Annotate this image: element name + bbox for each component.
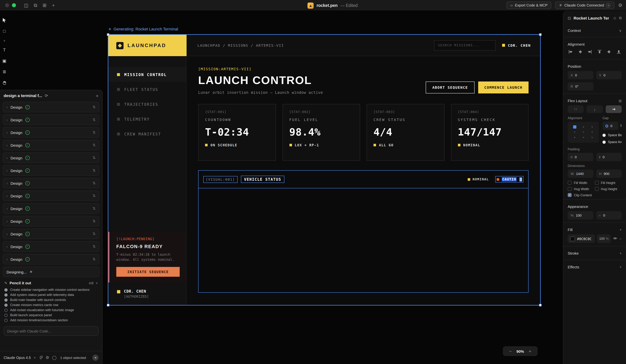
corner-radius-input[interactable]: ⌐ 0 <box>596 211 622 219</box>
export-code-button[interactable]: ‹› Export Code & MCP <box>506 1 551 9</box>
position-y-input[interactable]: Y 0 <box>596 71 622 79</box>
hug-height-checkbox[interactable]: Hug Height <box>595 187 622 191</box>
align-top-icon[interactable] <box>597 50 602 54</box>
sidebar-nav-item[interactable]: CREW MANIFEST <box>108 126 186 141</box>
todo-header[interactable]: ✎ Pencil it out 4/8 ∨ <box>4 281 98 285</box>
sidebar-nav-item[interactable]: TRAJECTORIES <box>108 97 186 111</box>
design-step-row[interactable]: › Design ✓ ⇅ <box>3 228 99 239</box>
align-center-v-icon[interactable] <box>607 50 611 54</box>
fill-width-checkbox[interactable]: Fill Width <box>568 181 595 185</box>
design-step-row[interactable]: › Design ✓ ⇅ <box>3 152 99 163</box>
gap-input[interactable]: 0 <box>602 122 618 130</box>
selection-handle[interactable] <box>107 33 109 36</box>
context-section[interactable]: Context ∨ <box>568 25 622 35</box>
sidebar-toggle-icon[interactable]: ◫ <box>24 2 28 8</box>
expand-stepper-icon[interactable]: ⇅ <box>93 257 96 261</box>
height-input[interactable]: H 900 <box>596 170 622 178</box>
design-step-row[interactable]: › Design ✓ ⇅ <box>3 165 99 176</box>
selection-handle[interactable] <box>539 33 542 36</box>
stat-card[interactable]: [STAT:003] CREW STATUS 4/4 ALL GO <box>367 104 444 161</box>
duplicate-icon[interactable]: ⧉ <box>34 2 37 8</box>
todo-item[interactable]: Build main header with launch controls <box>4 297 98 302</box>
chat-input[interactable] <box>4 326 99 336</box>
position-x-input[interactable]: X 0 <box>568 71 593 79</box>
fill-height-checkbox[interactable]: Fill Height <box>595 181 622 185</box>
abort-sequence-button[interactable]: ABORT SEQUENCE <box>426 81 474 93</box>
todo-item[interactable]: Create sidebar navigation with mission c… <box>4 287 98 292</box>
expand-stepper-icon[interactable]: ⇅ <box>93 130 96 134</box>
expand-stepper-icon[interactable]: ⇅ <box>93 219 96 223</box>
sidebar-nav-item[interactable]: FLEET STATUS <box>108 82 186 97</box>
library-icon[interactable]: ⊞ <box>42 2 46 8</box>
stat-card[interactable]: [STAT:002] FUEL LEVEL 98.4% LOX + RP-1 <box>282 104 360 161</box>
attach-icon[interactable] <box>39 356 43 360</box>
search-input[interactable] <box>438 43 492 47</box>
opacity-input[interactable]: % 100 <box>568 211 593 219</box>
logo-block[interactable]: LAUNCHPAD <box>108 35 187 56</box>
design-step-row[interactable]: › Design ✓ ⇅ <box>3 241 99 252</box>
layout-icon[interactable]: ⊞ <box>619 99 622 103</box>
design-step-row[interactable]: › Design ✓ ⇅ <box>3 190 99 201</box>
clear-selection-button[interactable]: × <box>92 355 99 361</box>
rotation-input[interactable]: R 0° <box>568 82 593 91</box>
component-icon[interactable]: ◇ <box>613 16 616 20</box>
hand-tool-icon[interactable] <box>1 80 7 85</box>
expand-stepper-icon[interactable]: ⇅ <box>93 168 96 172</box>
gap-direction-icon[interactable]: ⫴ <box>620 124 622 128</box>
align-bottom-icon[interactable] <box>617 50 621 54</box>
expand-stepper-icon[interactable]: ⇅ <box>93 156 96 160</box>
window-zoom-icon[interactable] <box>12 3 16 7</box>
search-box[interactable] <box>434 40 496 50</box>
layout-grid-button[interactable]: ∷ <box>568 105 584 113</box>
layout-vertical-button[interactable]: ↓ <box>587 105 603 113</box>
width-input[interactable]: W 1440 <box>568 170 593 178</box>
window-controls[interactable] <box>5 3 16 7</box>
zoom-in-button[interactable]: + <box>529 349 531 354</box>
legend-caution-editing[interactable]: CAUTIO <box>495 176 523 182</box>
settings-gear-icon[interactable]: ⚙ <box>618 2 622 8</box>
expand-stepper-icon[interactable]: ⇅ <box>93 143 96 147</box>
claude-code-status[interactable]: ✳ Claude Code Connected ∨ <box>555 1 615 9</box>
add-effect-button[interactable]: + <box>620 265 622 269</box>
design-frame[interactable]: LAUNCHPAD LAUNCHPAD / MISSIONS / ARTEMIS… <box>108 35 540 305</box>
layout-horizontal-button[interactable]: ⇥ <box>606 105 622 113</box>
padding-v-input[interactable]: ≡ 0 <box>568 153 593 161</box>
design-step-row[interactable]: › Design ✓ ⇅ <box>3 140 99 150</box>
design-step-row[interactable]: › Design ✓ ⇅ <box>3 203 99 214</box>
todo-item[interactable]: Create mission metrics cards row <box>4 302 98 307</box>
user-badge[interactable]: CDR. CHEN <box>502 43 531 47</box>
padding-h-input[interactable]: ‖ 0 <box>596 153 622 161</box>
todo-item[interactable]: Add rocket visualization with futuristic… <box>4 307 98 313</box>
chevron-down-icon[interactable]: ∨ <box>1 39 7 42</box>
new-chat-button[interactable]: + <box>96 93 99 98</box>
fill-swatch[interactable] <box>570 236 575 241</box>
sidebar-nav-item[interactable]: TELEMETRY <box>108 111 186 126</box>
todo-item[interactable]: Add mission timeline/countdown section <box>4 318 98 323</box>
settings-icon[interactable]: ⚙ <box>46 355 49 360</box>
align-right-icon[interactable] <box>587 50 592 54</box>
align-left-icon[interactable] <box>568 50 573 54</box>
stat-card[interactable]: [STAT:004] SYSTEMS CHECK 147/147 NOMINAL <box>451 104 529 161</box>
space-around-radio[interactable]: Space Around <box>602 140 622 144</box>
expand-stepper-icon[interactable]: ⇅ <box>93 194 96 198</box>
design-step-row[interactable]: › Design ✓ ⇅ <box>3 178 99 188</box>
remove-fill-button[interactable]: − <box>620 237 622 241</box>
todo-item[interactable]: Build launch sequence panel <box>4 313 98 318</box>
stat-card[interactable]: [STAT:001] COUNTDOWN T-02:34 ON SCHEDULE <box>198 104 276 161</box>
fill-opacity-input[interactable]: 100 % <box>597 234 611 243</box>
refresh-icon[interactable]: ⟳ <box>45 93 48 98</box>
fill-color-input[interactable]: #0C0C0C <box>568 234 595 243</box>
design-step-row[interactable]: › Design ✓ ⇅ <box>3 216 99 226</box>
selection-handle[interactable] <box>107 304 109 306</box>
model-selector[interactable]: Claude Opus 4.5 <box>4 356 31 360</box>
clip-content-checkbox[interactable]: ✓Clip Content <box>568 193 622 197</box>
vehicle-status-panel[interactable]: [VISUAL:001] VEHICLE STATUS NOMINAL CAUT… <box>198 170 529 293</box>
align-center-h-icon[interactable] <box>578 50 582 54</box>
hug-width-checkbox[interactable]: Hug Width <box>568 187 595 191</box>
commence-launch-button[interactable]: COMMENCE LAUNCH <box>478 81 529 93</box>
zoom-out-button[interactable]: − <box>509 349 512 354</box>
initiate-sequence-button[interactable]: INITIATE SEQUENCE <box>116 267 180 277</box>
cursor-tool-icon[interactable] <box>1 17 7 23</box>
selection-handle[interactable] <box>539 304 542 306</box>
chevron-icon[interactable]: ∨ <box>619 29 622 33</box>
